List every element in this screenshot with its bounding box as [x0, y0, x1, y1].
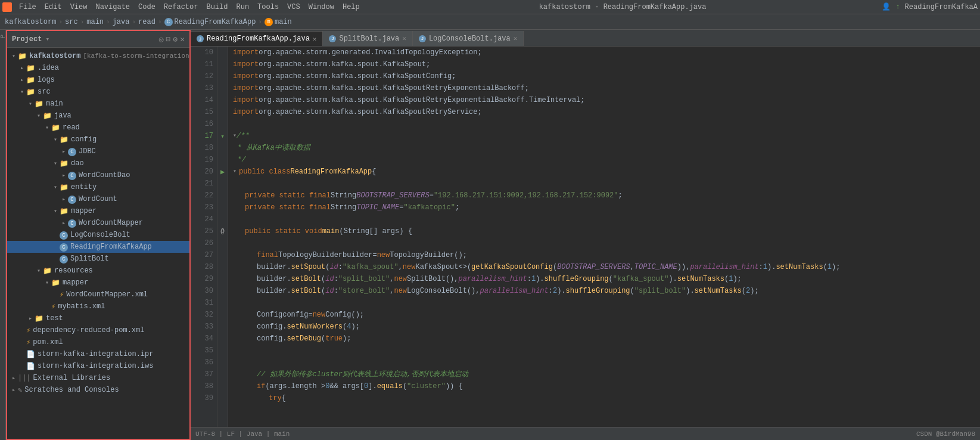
panel-icon-settings[interactable]: ⚙: [173, 35, 178, 44]
breadcrumb-java[interactable]: java: [113, 18, 130, 26]
tab-logconsolebolt[interactable]: J LogConsoleBolt.java ✕: [413, 31, 524, 46]
breadcrumb-class[interactable]: C ReadingFromKafkaApp: [164, 18, 256, 26]
folder-icon: 📁: [26, 76, 35, 85]
tree-item-wordcountmapper[interactable]: ▸ C WordCountMapper: [7, 217, 189, 229]
tree-item-dao[interactable]: ▾ 📁 dao: [7, 157, 189, 169]
menu-code[interactable]: Code: [135, 2, 159, 13]
tree-item-logs[interactable]: ▸ 📁 logs: [7, 74, 189, 86]
panel-dropdown[interactable]: ▾: [45, 35, 49, 43]
run-marker-20[interactable]: ▶: [217, 166, 228, 178]
tree-item-test[interactable]: ▸ 📁 test: [7, 312, 189, 324]
tree-item-pom[interactable]: ⚡ pom.xml: [7, 336, 189, 348]
tree-item-scratches[interactable]: ▸ ✎ Scratches and Consoles: [7, 384, 189, 396]
tree-item-src[interactable]: ▾ 📁 src: [7, 86, 189, 98]
tree-item-wordcountmapper-xml[interactable]: ⚡ WordCountMapper.xml: [7, 289, 189, 300]
app-icon: [2, 2, 12, 12]
menu-window[interactable]: Window: [305, 2, 338, 13]
fold-marker-17[interactable]: ▾: [217, 130, 228, 142]
menu-vcs[interactable]: VCS: [284, 2, 304, 13]
tree-item-entity[interactable]: ▾ 📁 entity: [7, 181, 189, 193]
tree-item-idea[interactable]: ▸ 📁 .idea: [7, 62, 189, 74]
tab-close-split[interactable]: ✕: [402, 35, 406, 42]
panel-icon-locate[interactable]: ◎: [159, 35, 164, 44]
tree-item-readingfromkafkaapp[interactable]: C ReadingFromKafkaApp: [7, 241, 189, 253]
file-icon: 📄: [26, 350, 35, 359]
code-line-27: final TopologyBuilder builder = new Topo…: [233, 249, 975, 261]
code-text[interactable]: import org.apache.storm.generated.Invali…: [228, 47, 980, 427]
breadcrumb-method[interactable]: m main: [265, 18, 292, 26]
code-line-29: builder.setBolt( id: "split_bolt", new S…: [233, 273, 975, 285]
lib-icon: |||: [18, 374, 31, 382]
breadcrumb-src[interactable]: src: [65, 18, 78, 26]
window-controls: ReadingFromKafkaA: [905, 3, 978, 11]
tree-item-mybatis-xml[interactable]: ⚡ mybatis.xml: [7, 300, 189, 312]
tree-item-mapper[interactable]: ▾ 📁 mapper: [7, 205, 189, 217]
class-icon: C: [68, 171, 76, 180]
tree-item-wordcount[interactable]: ▸ C WordCount: [7, 193, 189, 205]
menu-file[interactable]: File: [15, 2, 40, 13]
tree-item-ipr[interactable]: 📄 storm-kafka-integration.ipr: [7, 348, 189, 360]
tab-close-log[interactable]: ✕: [514, 35, 518, 42]
code-line-32: Config config = new Config();: [233, 309, 975, 321]
folder-icon: 📁: [35, 100, 43, 109]
vcs-icon[interactable]: ↑: [895, 3, 900, 11]
code-line-13: import org.apache.storm.kafka.spout.Kafk…: [233, 82, 975, 94]
code-line-17: ▾/**: [233, 130, 975, 142]
method-icon: m: [265, 18, 273, 26]
java-icon: J: [197, 35, 204, 42]
line-numbers: 10 11 12 13 14 15 16 17 18 19 20 21 22 2…: [191, 47, 217, 427]
code-line-11: import org.apache.storm.kafka.spout.Kafk…: [233, 58, 975, 70]
tree-item-jdbc[interactable]: ▸ C JDBC: [7, 145, 189, 157]
tree-item-splitbolt[interactable]: C SplitBolt: [7, 253, 189, 265]
menu-run[interactable]: Run: [232, 2, 253, 13]
profile-icon[interactable]: 👤: [882, 2, 891, 11]
menu-navigate[interactable]: Navigate: [92, 2, 133, 13]
class-icon: C: [68, 195, 76, 204]
tree-item-resources[interactable]: ▾ 📁 resources: [7, 265, 189, 277]
sidebar-gutter: P: [0, 30, 6, 440]
code-line-25: public static void main(String[] args) {: [233, 225, 975, 237]
breadcrumb-project[interactable]: kafkatostorm: [5, 18, 56, 26]
folder-icon: 📁: [51, 278, 60, 287]
panel-icon-close[interactable]: ✕: [180, 35, 185, 44]
bottom-left: UTF-8 | LF | Java | main: [195, 430, 290, 438]
menu-refactor[interactable]: Refactor: [160, 2, 202, 13]
tree-item-mapper-res[interactable]: ▾ 📁 mapper: [7, 277, 189, 289]
class-icon: C: [68, 147, 76, 156]
code-line-38: if (args.length > 0 && args[0].equals("c…: [233, 380, 975, 392]
code-line-20: ▾public class ReadingFromKafkaApp {: [233, 166, 975, 178]
code-editor[interactable]: 10 11 12 13 14 15 16 17 18 19 20 21 22 2…: [191, 47, 980, 427]
code-line-10: import org.apache.storm.generated.Invali…: [233, 47, 975, 58]
tree-item-wordcountdao[interactable]: ▸ C WordCountDao: [7, 169, 189, 181]
sidebar-tab[interactable]: P: [0, 30, 8, 44]
tree-item-logconsolebolt[interactable]: C LogConsoleBolt: [7, 229, 189, 241]
tree-item-external-libs[interactable]: ▸ ||| External Libraries: [7, 372, 189, 384]
code-line-12: import org.apache.storm.kafka.spout.Kafk…: [233, 70, 975, 82]
panel-icon-collapse[interactable]: ⊟: [166, 35, 171, 44]
code-line-36: [233, 357, 975, 368]
tree-item-config[interactable]: ▾ 📁 config: [7, 134, 189, 145]
menu-help[interactable]: Help: [339, 2, 363, 13]
menu-tools[interactable]: Tools: [254, 2, 282, 13]
code-line-35: [233, 345, 975, 357]
tab-reading-from-kafka[interactable]: J ReadingFromKafkaApp.java ✕: [191, 31, 323, 46]
class-icon: C: [60, 255, 68, 264]
folder-icon: 📁: [26, 88, 35, 97]
tree-item-read[interactable]: ▾ 📁 read: [7, 122, 189, 134]
breadcrumb-main[interactable]: main: [86, 18, 104, 26]
folder-icon: 📁: [51, 123, 60, 132]
tree-item-dep-pom[interactable]: ⚡ dependency-reduced-pom.xml: [7, 324, 189, 336]
tab-close-reading[interactable]: ✕: [313, 35, 317, 43]
menu-edit[interactable]: Edit: [41, 2, 66, 13]
scratch-icon: ✎: [18, 386, 22, 395]
bottom-right: CSDN @BirdMan98: [916, 430, 975, 438]
breadcrumb-read[interactable]: read: [138, 18, 155, 26]
menu-build[interactable]: Build: [203, 2, 231, 13]
tree-item-iws[interactable]: 📄 storm-kafka-integration.iws: [7, 360, 189, 372]
code-line-26: [233, 237, 975, 249]
tree-item-java[interactable]: ▾ 📁 java: [7, 110, 189, 122]
menu-view[interactable]: View: [67, 2, 91, 13]
tab-splitbolt[interactable]: J SplitBolt.java ✕: [323, 31, 412, 46]
tree-item-main[interactable]: ▾ 📁 main: [7, 98, 189, 110]
tree-item-kafkatostorm[interactable]: ▾ 📁 kafkatostorm [kafka-to-storm-integra…: [7, 50, 189, 62]
